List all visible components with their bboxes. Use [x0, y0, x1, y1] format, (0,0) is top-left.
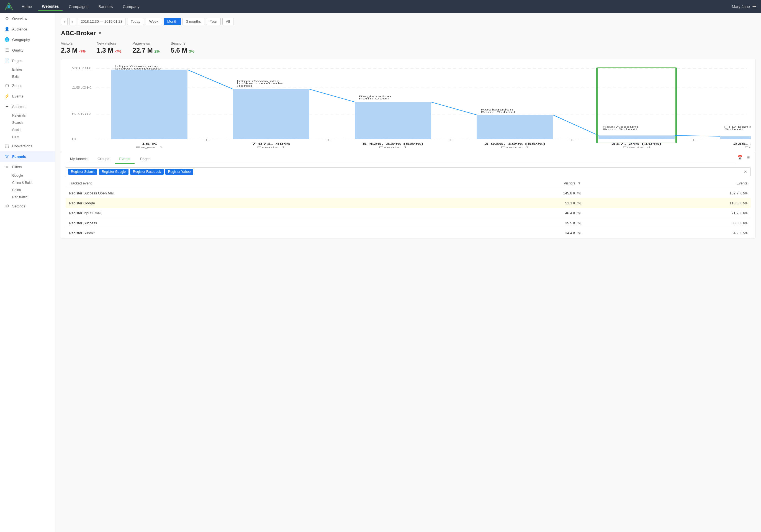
- sidebar-quality-label: Quality: [12, 48, 23, 52]
- col-visitors[interactable]: Visitors ▼: [418, 178, 585, 188]
- svg-rect-20: [355, 102, 431, 139]
- stat-new-visitors-label: New visitors: [97, 41, 121, 45]
- user-name: Mary Jane: [732, 4, 750, 9]
- period-month-button[interactable]: Month: [164, 18, 181, 25]
- sidebar-item-geography[interactable]: 🌐 Geography: [0, 34, 55, 45]
- sidebar-sub-entries[interactable]: Entries: [0, 66, 55, 73]
- broker-title: ABC-Broker: [61, 30, 96, 37]
- broker-dropdown-icon[interactable]: ▼: [98, 31, 102, 35]
- period-today-button[interactable]: Today: [127, 18, 144, 25]
- period-week-button[interactable]: Week: [146, 18, 162, 25]
- date-next-button[interactable]: ›: [69, 18, 76, 25]
- list-view-icon[interactable]: ≡: [746, 154, 751, 161]
- nav-banners[interactable]: Banners: [94, 3, 117, 11]
- nav-websites[interactable]: Websites: [38, 3, 63, 11]
- sidebar-zones-label: Zones: [12, 84, 22, 88]
- svg-line-21: [431, 102, 477, 115]
- sidebar-sub-red-traffic[interactable]: Red traffic: [0, 194, 55, 201]
- sidebar-item-conversions[interactable]: ⬚ Conversions: [0, 141, 55, 151]
- sidebar-sub-china[interactable]: China: [0, 186, 55, 194]
- table-row[interactable]: Register Submit 34.4 K6% 54.9 K5%: [66, 228, 751, 238]
- sidebar-sub-search[interactable]: Search: [0, 119, 55, 126]
- svg-text:Form Submit: Form Submit: [602, 128, 637, 131]
- svg-text:0: 0: [72, 137, 76, 141]
- svg-rect-28: [599, 136, 674, 139]
- audience-icon: 👤: [4, 27, 9, 31]
- nav-campaigns[interactable]: Campaigns: [65, 3, 92, 11]
- svg-text:Events: 1: Events: 1: [744, 146, 751, 148]
- sidebar-sub-referrals[interactable]: Referrals: [0, 112, 55, 119]
- col-tracked-event: Tracked event: [66, 178, 418, 188]
- table-row[interactable]: Register Success Open Mail 145.8 K4% 152…: [66, 188, 751, 198]
- svg-line-30: [674, 136, 720, 136]
- svg-rect-11: [111, 70, 188, 139]
- hamburger-icon[interactable]: ☰: [752, 4, 757, 10]
- date-prev-button[interactable]: ‹: [61, 18, 68, 25]
- filter-tag-register-submit[interactable]: Register Submit: [68, 169, 97, 175]
- sidebar: ⊙ Overview 👤 Audience 🌐 Geography ☰ Qual…: [0, 13, 55, 532]
- sidebar-sub-utm[interactable]: UTM: [0, 134, 55, 141]
- filter-clear-icon[interactable]: ✕: [743, 169, 748, 174]
- events-icon: ⚡: [4, 93, 9, 98]
- stats-row: Visitors 2.3 M -7% New visitors 1.3 M -7…: [61, 41, 755, 54]
- sidebar-sub-social[interactable]: Social: [0, 126, 55, 134]
- svg-line-25: [553, 115, 599, 136]
- svg-text:317, 2% (10%): 317, 2% (10%): [612, 142, 662, 146]
- event-name-cell: Register Success Open Mail: [66, 188, 418, 198]
- tab-my-funnels[interactable]: My funnels: [66, 154, 92, 164]
- period-3months-button[interactable]: 3 months: [183, 18, 205, 25]
- visitors-cell: 34.4 K6%: [418, 228, 585, 238]
- table-row[interactable]: Register Google 51.1 K3% 113.3 K5%: [66, 198, 751, 208]
- sidebar-item-audience[interactable]: 👤 Audience: [0, 24, 55, 34]
- events-cell: 113.3 K5%: [584, 198, 751, 208]
- sidebar-sub-google[interactable]: Google: [0, 172, 55, 179]
- tab-pages[interactable]: Pages: [136, 154, 155, 164]
- svg-text:Submit: Submit: [724, 128, 743, 131]
- sidebar-sub-china-baidu[interactable]: China & Baidu: [0, 179, 55, 186]
- sidebar-item-filters[interactable]: ≡ Filters: [0, 162, 55, 172]
- sidebar-funnels-label: Funnels: [12, 154, 26, 159]
- filter-input-box: Register Submit Register Google Register…: [66, 167, 751, 176]
- svg-text:20.0K: 20.0K: [72, 67, 92, 70]
- filter-tag-register-yahoo[interactable]: Register Yahoo: [165, 169, 194, 175]
- filter-tag-register-google[interactable]: Register Google: [99, 169, 129, 175]
- svg-text:236, 1% (74%): 236, 1% (74%): [733, 142, 751, 146]
- svg-text:3 036, 19% (56%): 3 036, 19% (56%): [484, 142, 545, 146]
- nav-home[interactable]: Home: [18, 3, 36, 11]
- conversions-icon: ⬚: [4, 144, 9, 148]
- sidebar-sub-exits[interactable]: Exits: [0, 73, 55, 80]
- main-content: ‹ › 2018.12.30 — 2019.01.28 Today Week M…: [55, 13, 761, 532]
- sidebar-item-pages[interactable]: 📄 Pages: [0, 55, 55, 66]
- sidebar-item-overview[interactable]: ⊙ Overview: [0, 13, 55, 24]
- sidebar-item-settings[interactable]: ⚙ Settings: [0, 201, 55, 211]
- calendar-view-icon[interactable]: 📅: [736, 154, 744, 161]
- filter-tag-register-facebook[interactable]: Register Facebook: [130, 169, 164, 175]
- sidebar-settings-label: Settings: [12, 204, 25, 208]
- period-all-button[interactable]: All: [222, 18, 233, 25]
- svg-text:7 971, 49%: 7 971, 49%: [252, 142, 290, 146]
- events-cell: 54.9 K5%: [584, 228, 751, 238]
- sidebar-item-funnels[interactable]: ▽ Funnels: [0, 151, 55, 162]
- event-name-cell: Register Input Email: [66, 208, 418, 218]
- svg-line-16: [309, 89, 355, 102]
- svg-text:Form Open: Form Open: [359, 97, 389, 100]
- table-row[interactable]: Register Input Email 46.4 K3% 71.2 K6%: [66, 208, 751, 218]
- sidebar-item-quality[interactable]: ☰ Quality: [0, 45, 55, 55]
- sidebar-item-zones[interactable]: ⬡ Zones: [0, 80, 55, 91]
- sidebar-pages-label: Pages: [12, 59, 23, 63]
- stat-pageviews-label: Pageviews: [132, 41, 159, 45]
- svg-text:5 000: 5 000: [72, 112, 91, 115]
- nav-company[interactable]: Company: [119, 3, 144, 11]
- period-year-button[interactable]: Year: [206, 18, 220, 25]
- tab-groups[interactable]: Groups: [93, 154, 114, 164]
- stat-pageviews: Pageviews 22.7 M 2%: [132, 41, 159, 54]
- tab-events[interactable]: Events: [115, 154, 135, 164]
- table-row[interactable]: Register Success 35.5 K3% 38.5 K6%: [66, 218, 751, 228]
- sidebar-item-sources[interactable]: ✦ Sources: [0, 101, 55, 112]
- date-range-label: 2018.12.30 — 2019.01.28: [78, 18, 125, 25]
- sidebar-item-events[interactable]: ⚡ Events: [0, 91, 55, 101]
- stat-sessions-change: 3%: [189, 49, 195, 53]
- settings-icon: ⚙: [4, 204, 9, 208]
- stat-new-visitors-value: 1.3 M -7%: [97, 46, 121, 54]
- funnel-svg: 20.0K 15.0K 5 000 0 https://www.abc b: [66, 63, 751, 152]
